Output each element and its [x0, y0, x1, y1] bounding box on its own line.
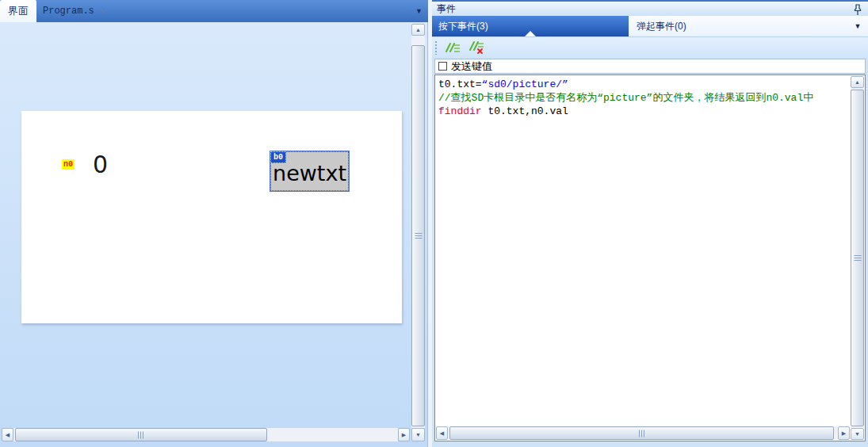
- scrollbar-grip: [138, 431, 144, 438]
- scroll-down-icon[interactable]: ▼: [411, 428, 425, 441]
- scroll-up-icon[interactable]: ▲: [851, 76, 864, 88]
- canvas-workspace: n0 0 b0 newtxt ▲ ◀ ▶ ▼: [0, 22, 428, 447]
- event-code-editor[interactable]: t0.txt=“sd0/picture/”//查找SD卡根目录中是否有名称为“p…: [434, 74, 866, 441]
- comment-lines-icon[interactable]: [442, 40, 461, 55]
- event-toolbar: [432, 37, 868, 58]
- scroll-down-icon[interactable]: ▼: [851, 428, 864, 440]
- canvas-vertical-scrollbar[interactable]: ▲: [411, 24, 425, 428]
- scrollbar-thumb[interactable]: [449, 426, 834, 440]
- page-canvas[interactable]: n0 0 b0 newtxt: [21, 111, 402, 323]
- code-arguments: t0.txt,n0.val: [482, 105, 568, 117]
- page-tab-bar: 界面 Program.s × ▼: [0, 0, 428, 22]
- scroll-right-icon[interactable]: ▶: [838, 426, 850, 440]
- code-line: t0.txt=“sd0/picture/”: [438, 78, 847, 91]
- toolbar-grip-handle[interactable]: [434, 40, 438, 55]
- send-key-checkbox[interactable]: [438, 62, 447, 71]
- scrollbar-grip: [415, 233, 422, 239]
- code-vertical-scrollbar[interactable]: ▲ ▼: [851, 76, 864, 440]
- number-component-tag: n0: [62, 159, 75, 170]
- code-horizontal-scrollbar[interactable]: ◀ ▶: [436, 426, 850, 440]
- button-component-label: newtxt: [273, 161, 346, 185]
- scroll-left-icon[interactable]: ◀: [2, 428, 13, 441]
- design-panel: 界面 Program.s × ▼ n0 0 b0 newtxt ▲ ◀: [0, 0, 428, 447]
- scroll-up-icon[interactable]: ▲: [411, 24, 425, 36]
- button-component-tag: b0: [270, 151, 286, 163]
- scrollbar-track[interactable]: [13, 428, 398, 441]
- close-tab-icon[interactable]: ×: [100, 0, 106, 22]
- code-line: finddir t0.txt,n0.val: [438, 105, 847, 118]
- code-keyword: finddir: [438, 105, 482, 117]
- scrollbar-grip: [639, 430, 645, 437]
- code-assignment: t0.txt=: [438, 78, 482, 90]
- scrollbar-thumb[interactable]: [411, 45, 425, 426]
- send-key-label: 发送键值: [451, 59, 492, 74]
- event-tab-bar: 按下事件(3) 弹起事件(0) ▼: [432, 16, 868, 37]
- event-panel: 事件 按下事件(3) 弹起事件(0) ▼: [432, 0, 868, 447]
- scrollbar-thumb[interactable]: [15, 428, 267, 441]
- canvas-horizontal-scrollbar[interactable]: ◀ ▶: [2, 428, 410, 441]
- scrollbar-grip: [854, 255, 861, 262]
- tab-press-event[interactable]: 按下事件(3): [432, 16, 629, 36]
- scroll-right-icon[interactable]: ▶: [398, 428, 410, 441]
- code-string: “sd0/picture/”: [482, 78, 568, 90]
- code-text[interactable]: t0.txt=“sd0/picture/”//查找SD卡根目录中是否有名称为“p…: [436, 76, 850, 426]
- number-component[interactable]: 0: [93, 151, 108, 178]
- code-comment: //查找SD卡根目录中是否有名称为“picture”的文件夹，将结果返回到n0.…: [438, 91, 847, 105]
- send-key-row: 发送键值: [434, 59, 866, 74]
- event-panel-title: 事件: [437, 2, 456, 16]
- scrollbar-thumb[interactable]: [851, 90, 864, 426]
- pin-icon[interactable]: [853, 4, 862, 16]
- event-panel-titlebar: 事件: [432, 0, 868, 16]
- tab-program-s[interactable]: Program.s: [43, 0, 94, 22]
- scrollbar-track[interactable]: [851, 88, 864, 428]
- event-tabs-dropdown-icon[interactable]: ▼: [847, 16, 868, 36]
- tab-interface[interactable]: 界面: [0, 0, 36, 22]
- scrollbar-track[interactable]: [448, 426, 838, 440]
- scrollbar-track[interactable]: [411, 36, 425, 428]
- uncomment-lines-icon[interactable]: [466, 40, 485, 55]
- scroll-left-icon[interactable]: ◀: [436, 426, 448, 440]
- tab-release-event[interactable]: 弹起事件(0): [629, 16, 847, 36]
- button-component[interactable]: b0 newtxt: [270, 151, 349, 191]
- tab-list-dropdown-icon[interactable]: ▼: [415, 0, 423, 22]
